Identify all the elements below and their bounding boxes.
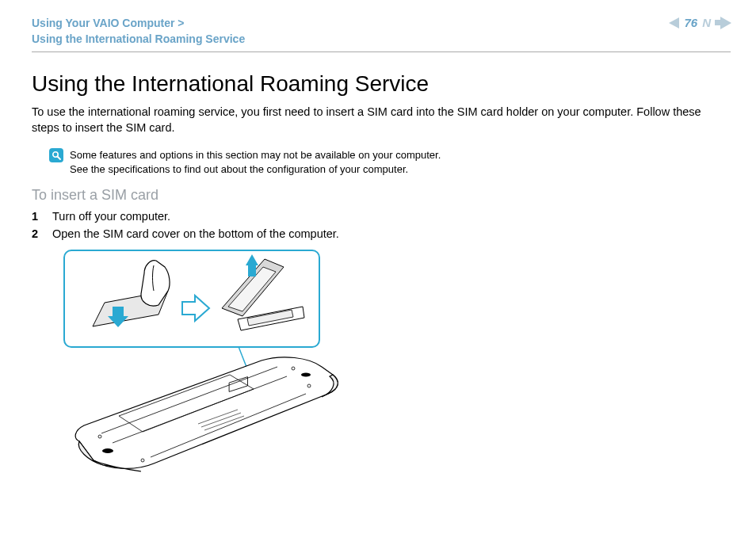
next-page-arrow-icon[interactable] bbox=[715, 17, 731, 29]
callout-box bbox=[63, 250, 320, 348]
procedure-heading: To insert a SIM card bbox=[32, 187, 731, 204]
svg-point-18 bbox=[102, 448, 113, 453]
page-title: Using the International Roaming Service bbox=[32, 71, 731, 97]
note-line-2: See the specifications to find out about… bbox=[70, 163, 408, 175]
note-line-1: Some features and options in this sectio… bbox=[70, 149, 441, 161]
illustration bbox=[63, 250, 365, 487]
intro-paragraph: To use the international roaming service… bbox=[32, 105, 731, 135]
breadcrumb: Using Your VAIO Computer Using the Inter… bbox=[32, 16, 245, 47]
nav-marker: N bbox=[702, 16, 710, 29]
step-item: Open the SIM card cover on the bottom of… bbox=[32, 227, 731, 240]
breadcrumb-current: Using the International Roaming Service bbox=[32, 32, 245, 45]
laptop-bottom-illustration bbox=[55, 345, 372, 487]
svg-rect-10 bbox=[248, 265, 256, 277]
note-block: Some features and options in this sectio… bbox=[49, 148, 731, 176]
breadcrumb-parent[interactable]: Using Your VAIO Computer bbox=[32, 17, 185, 29]
page-navigation: 76 N bbox=[669, 16, 731, 29]
step-item: Turn off your computer. bbox=[32, 210, 731, 223]
prev-page-arrow-icon[interactable] bbox=[669, 17, 679, 29]
page-number: 76 bbox=[684, 16, 697, 29]
page-header: Using Your VAIO Computer Using the Inter… bbox=[32, 16, 731, 52]
svg-line-1 bbox=[58, 157, 61, 160]
steps-list: Turn off your computer. Open the SIM car… bbox=[32, 210, 731, 240]
svg-point-19 bbox=[301, 373, 311, 377]
svg-marker-9 bbox=[246, 254, 258, 265]
svg-rect-3 bbox=[113, 307, 124, 316]
magnifier-icon bbox=[49, 148, 63, 162]
